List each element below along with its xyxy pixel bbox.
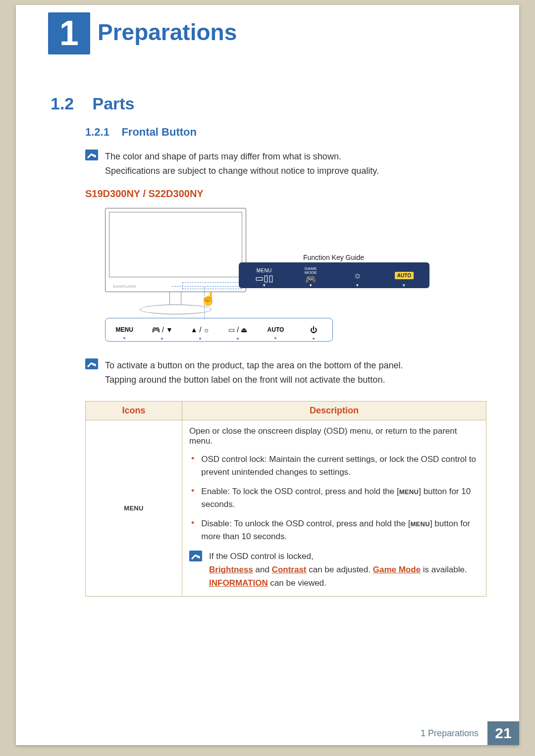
bullet-icon: •: [191, 486, 194, 510]
footer-chapter-label: 1 Preparations: [412, 721, 487, 745]
note-block: To activate a button on the product, tap…: [85, 358, 403, 387]
osd-menu-icon: ▭▯▯: [255, 274, 273, 283]
bullet-icon: •: [191, 454, 194, 478]
hand-pointer-icon: ☝: [200, 291, 216, 306]
note-line: To activate a button on the product, tap…: [105, 358, 403, 373]
btn-source: ▭ / ⏏: [219, 326, 257, 334]
function-key-guide-panel: MENU ▭▯▯ ▾ GAMEMODE 🎮 ▾ ☼ ▾ AUTO ▾: [239, 262, 429, 288]
monitor-screen: [109, 212, 242, 277]
fkg-menu-cell: MENU ▭▯▯ ▾: [241, 264, 287, 286]
callout-line: [172, 286, 241, 287]
note-icon: [85, 358, 98, 369]
table-header-icons: Icons: [86, 402, 182, 420]
inner-note-line: If the OSD control is locked,: [209, 550, 467, 563]
chevron-down-icon: ▾: [310, 283, 312, 288]
menu-label-inline: MENU: [399, 488, 419, 496]
table-cell-description: Open or close the onscreen display (OSD)…: [182, 420, 486, 597]
table-row: MENU Open or close the onscreen display …: [86, 420, 486, 597]
link-contrast[interactable]: Contrast: [272, 565, 307, 574]
subsection-number: 1.2.1: [85, 126, 109, 138]
note-icon: [189, 551, 202, 561]
link-information[interactable]: INFORMATION: [209, 578, 268, 588]
product-diagram: SAMSUNG ☝ Function Key Guide MENU ▭▯▯ ▾ …: [105, 208, 442, 352]
btn-auto: AUTO: [257, 326, 294, 333]
note-block: The color and shape of parts may differ …: [85, 150, 379, 178]
menu-label-icon: MENU: [124, 504, 143, 512]
list-item: • Disable: To unlock the OSD control, pr…: [189, 517, 479, 543]
section-title: Parts: [92, 94, 134, 113]
link-brightness[interactable]: Brightness: [209, 565, 253, 574]
monitor-outline: SAMSUNG: [105, 208, 246, 292]
bullet-text: Enable: To lock the OSD control, press a…: [201, 485, 479, 510]
description-intro: Open or close the onscreen display (OSD)…: [189, 426, 479, 446]
page-footer: 1 Preparations 21: [16, 721, 519, 745]
inner-note: If the OSD control is locked, Brightness…: [189, 550, 479, 590]
auto-badge: AUTO: [395, 272, 414, 279]
inner-note-text: If the OSD control is locked, Brightness…: [209, 550, 467, 590]
btn-power: ⏻: [295, 326, 332, 334]
subsection-heading: 1.2.1 Frontal Button: [85, 126, 197, 139]
note-text: The color and shape of parts may differ …: [105, 150, 379, 178]
monitor-button-area-highlight: [182, 282, 242, 289]
table-cell-icon: MENU: [86, 420, 182, 597]
note-line: Specifications are subject to change wit…: [105, 164, 379, 178]
note-line: The color and shape of parts may differ …: [105, 150, 379, 164]
bullet-icon: •: [191, 518, 194, 543]
button-description-table: Icons Description MENU Open or close the…: [85, 401, 486, 597]
btn-gamemode-down: 🎮 / ▼: [143, 326, 181, 334]
fkg-label-text: MENU: [257, 268, 272, 273]
chevron-down-icon: ▾: [356, 283, 359, 288]
bullet-list: • OSD control lock: Maintain the current…: [189, 453, 479, 543]
note-line: Tapping around the button label on the f…: [105, 373, 403, 387]
fkg-label-text: GAMEMODE: [305, 267, 317, 274]
chevron-down-icon: ▾: [263, 283, 266, 288]
link-game-mode[interactable]: Game Mode: [373, 565, 421, 574]
monitor-brand-logo: SAMSUNG: [113, 284, 136, 289]
button-strip: MENU 🎮 / ▼ ▲ / ☼ ▭ / ⏏ AUTO ⏻: [105, 318, 333, 342]
note-text: To activate a button on the product, tap…: [105, 358, 403, 387]
brightness-icon: ☼: [353, 271, 362, 280]
chapter-title: Preparations: [98, 19, 237, 46]
table-header-description: Description: [182, 402, 486, 420]
chapter-number-block: 1: [48, 12, 90, 54]
fkg-auto-cell: AUTO ▾: [381, 264, 428, 286]
bullet-text: Disable: To unlock the OSD control, pres…: [201, 517, 479, 543]
fkg-brightness-cell: ☼ ▾: [334, 264, 381, 286]
menu-label-inline: MENU: [410, 520, 429, 528]
gamepad-icon: 🎮: [305, 275, 316, 284]
btn-up-brightness: ▲ / ☼: [181, 326, 219, 334]
inner-note-line: Brightness and Contrast can be adjusted.…: [209, 563, 467, 590]
power-icon: ⏻: [310, 326, 317, 334]
section-heading: 1.2 Parts: [51, 94, 135, 113]
note-icon: [85, 150, 98, 160]
monitor-stand-neck: [169, 292, 181, 306]
footer-page-number: 21: [487, 721, 519, 745]
chevron-down-icon: ▾: [403, 283, 405, 288]
fkg-gamemode-cell: GAMEMODE 🎮 ▾: [287, 264, 334, 286]
subsection-title: Frontal Button: [121, 126, 197, 138]
model-heading: S19D300NY / S22D300NY: [85, 188, 204, 200]
list-item: • OSD control lock: Maintain the current…: [189, 453, 479, 478]
btn-menu: MENU: [106, 326, 143, 333]
page: 1 Preparations 1.2 Parts 1.2.1 Frontal B…: [16, 5, 519, 745]
function-key-guide-label: Function Key Guide: [303, 253, 364, 261]
bullet-text: OSD control lock: Maintain the current s…: [201, 453, 479, 478]
list-item: • Enable: To lock the OSD control, press…: [189, 485, 479, 510]
section-number: 1.2: [51, 94, 90, 113]
